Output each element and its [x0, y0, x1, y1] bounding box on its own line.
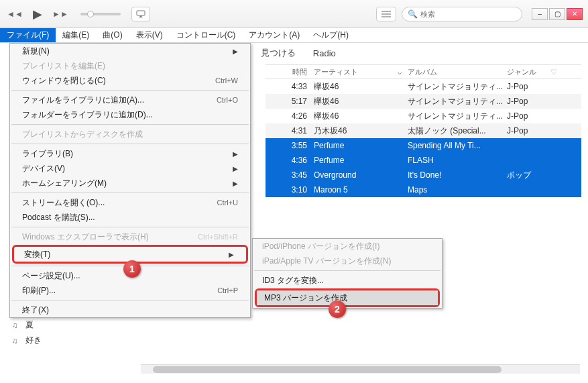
menu-control[interactable]: コントロール(C): [170, 28, 243, 42]
cell-time: 5:17: [266, 97, 314, 106]
table-row[interactable]: 3:45OvergroundIt's Done!ポップ: [266, 168, 581, 182]
cell-time: 4:36: [266, 156, 314, 165]
airplay-button[interactable]: [131, 7, 150, 21]
menu-item: プレイリストを編集(E): [10, 58, 250, 73]
menu-item: iPad/Apple TV バージョンを作成(N): [253, 254, 442, 268]
menu-item[interactable]: 新規(N)▶: [10, 44, 250, 58]
transport-controls: ◄◄ ▶ ►►: [5, 7, 150, 21]
submenu-arrow-icon: ▶: [233, 150, 238, 158]
horizontal-scrollbar[interactable]: [141, 364, 580, 374]
cell-album: Spending All My Ti...: [408, 141, 507, 150]
menu-item[interactable]: 印刷(P)...Ctrl+P: [10, 283, 250, 298]
callout-1: 1: [123, 260, 141, 278]
table-header: 時間 アーティスト⌵ アルバム ジャンル ♡: [266, 64, 581, 79]
menu-item[interactable]: ライブラリ(B)▶: [10, 146, 250, 161]
menu-file[interactable]: ファイル(F): [0, 28, 56, 42]
menu-item[interactable]: 変換(T)▶: [14, 247, 246, 262]
search-input[interactable]: [420, 10, 516, 18]
maximize-button[interactable]: ▢: [549, 8, 565, 20]
playlist-item[interactable]: ♫好き: [9, 335, 42, 346]
tab-browse[interactable]: 見つける: [259, 44, 297, 62]
cell-time: 3:45: [266, 170, 314, 180]
cell-album: 太陽ノック (Special...: [408, 125, 507, 137]
menu-song[interactable]: 曲(O): [96, 28, 129, 42]
menu-item: プレイリストからディスクを作成: [10, 127, 250, 142]
menu-item[interactable]: ストリームを開く(O)...Ctrl+U: [10, 195, 250, 210]
table-row[interactable]: 4:33欅坂46サイレントマジョリティ...J-Pop: [266, 79, 581, 94]
menu-help[interactable]: ヘルプ(H): [306, 28, 355, 42]
cell-time: 4:31: [266, 126, 314, 135]
col-time-header[interactable]: 時間: [266, 67, 314, 77]
table-row[interactable]: 5:17欅坂46サイレントマジョリティ...J-Pop: [266, 94, 581, 109]
convert-submenu: iPod/iPhone バージョンを作成(I)iPad/Apple TV バージ…: [252, 238, 443, 309]
submenu-arrow-icon: ▶: [233, 48, 238, 55]
cell-album: It's Done!: [408, 170, 507, 180]
next-button[interactable]: ►►: [51, 7, 70, 21]
col-album-header[interactable]: アルバム: [408, 67, 507, 77]
menu-item[interactable]: ID3 タグを変換...: [253, 273, 442, 288]
row-menu-icon[interactable]: •••: [255, 141, 263, 150]
callout-2: 2: [329, 300, 346, 318]
search-field[interactable]: 🔍: [402, 7, 522, 21]
table-row[interactable]: 4:36PerfumeFLASH: [266, 153, 581, 168]
cell-artist: Overground: [314, 170, 408, 180]
list-view-button[interactable]: [376, 7, 396, 21]
search-icon: 🔍: [408, 9, 418, 19]
table-row[interactable]: 3:10Maroon 5Maps: [266, 182, 581, 197]
menu-item-mp3-version[interactable]: MP3 バージョンを作成: [257, 290, 438, 305]
menu-item[interactable]: Podcast を購読(S)...: [10, 210, 250, 225]
menu-item[interactable]: ホームシェアリング(M)▶: [10, 176, 250, 190]
cell-genre: J-Pop: [507, 82, 547, 91]
col-genre-header[interactable]: ジャンル: [507, 67, 547, 77]
submenu-arrow-icon: ▶: [233, 165, 238, 172]
cell-time: 3:55: [266, 141, 314, 150]
col-artist-header[interactable]: アーティスト⌵: [314, 67, 408, 77]
cell-artist: Maroon 5: [314, 185, 408, 195]
cell-genre: J-Pop: [507, 111, 547, 121]
playlist-icon: ♫: [9, 321, 20, 330]
cell-artist: Perfume: [314, 141, 408, 150]
menu-bar: ファイル(F) 編集(E) 曲(O) 表示(V) コントロール(C) アカウント…: [0, 28, 588, 43]
cell-artist: 欅坂46: [314, 81, 408, 93]
menu-account[interactable]: アカウント(A): [242, 28, 306, 42]
cell-album: サイレントマジョリティ...: [408, 81, 507, 93]
menu-item[interactable]: デバイス(V)▶: [10, 161, 250, 176]
cell-artist: Perfume: [314, 156, 408, 165]
cell-artist: 乃木坂46: [314, 125, 408, 137]
close-button[interactable]: ✕: [567, 8, 583, 20]
minimize-button[interactable]: –: [532, 8, 548, 20]
cell-time: 4:33: [266, 82, 314, 91]
playlist-item[interactable]: ♫夏: [9, 319, 42, 331]
submenu-arrow-icon: ▶: [233, 180, 238, 187]
sort-indicator-icon: ⌵: [398, 68, 408, 76]
menu-item[interactable]: ウィンドウを閉じる(C)Ctrl+W: [10, 73, 250, 88]
col-heart-header[interactable]: ♡: [547, 68, 561, 76]
menu-edit[interactable]: 編集(E): [56, 28, 96, 42]
cell-album: サイレントマジョリティ...: [408, 111, 507, 122]
volume-slider[interactable]: [80, 13, 121, 15]
menu-item[interactable]: ファイルをライブラリに追加(A)...Ctrl+O: [10, 93, 250, 107]
cell-genre: J-Pop: [507, 97, 547, 106]
track-list: 4:33欅坂46サイレントマジョリティ...J-Pop5:17欅坂46サイレント…: [266, 79, 581, 197]
menu-item: iPod/iPhone バージョンを作成(I): [253, 239, 442, 254]
svg-rect-0: [137, 11, 145, 15]
window-controls: – ▢ ✕: [532, 8, 583, 20]
table-row[interactable]: 4:26欅坂46サイレントマジョリティ...J-Pop: [266, 109, 581, 123]
prev-button[interactable]: ◄◄: [5, 7, 24, 21]
cell-album: サイレントマジョリティ...: [408, 96, 507, 107]
cell-album: FLASH: [408, 156, 507, 165]
cell-artist: 欅坂46: [314, 111, 408, 122]
playlist-icon: ♫: [9, 336, 20, 345]
menu-item[interactable]: フォルダーをライブラリに追加(D)...: [10, 107, 250, 122]
menu-view[interactable]: 表示(V): [129, 28, 170, 42]
cell-artist: 欅坂46: [314, 96, 408, 107]
title-bar: ◄◄ ▶ ►► 🔍 – ▢ ✕: [0, 0, 588, 28]
table-row[interactable]: 4:31乃木坂46太陽ノック (Special...J-Pop: [266, 123, 581, 138]
cell-time: 3:10: [266, 185, 314, 195]
table-row[interactable]: •••3:55PerfumeSpending All My Ti...: [266, 138, 581, 153]
menu-item[interactable]: 終了(X): [10, 303, 250, 317]
tab-radio[interactable]: Radio: [312, 46, 337, 61]
cell-genre: ポップ: [507, 170, 547, 181]
play-button[interactable]: ▶: [28, 7, 47, 21]
submenu-arrow-icon: ▶: [229, 251, 234, 258]
